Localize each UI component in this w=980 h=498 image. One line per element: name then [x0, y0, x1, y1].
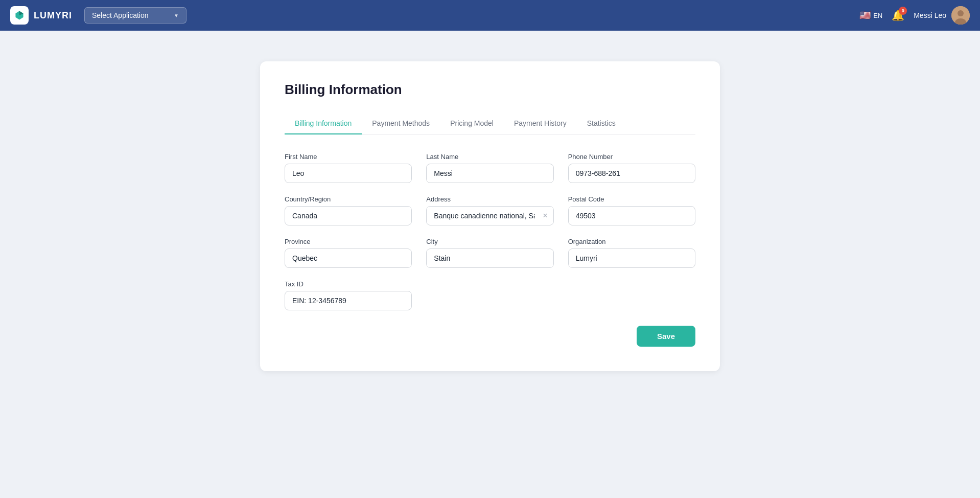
- first-name-input[interactable]: [285, 164, 412, 183]
- tax-id-label: Tax ID: [285, 280, 412, 288]
- tax-id-input[interactable]: [285, 291, 412, 310]
- first-name-label: First Name: [285, 153, 412, 161]
- city-group: City: [426, 238, 553, 268]
- flag-icon: 🇺🇸: [859, 10, 871, 21]
- organization-group: Organization: [568, 238, 695, 268]
- address-input-wrapper: ×: [426, 206, 553, 225]
- postal-group: Postal Code: [568, 195, 695, 225]
- billing-form: First Name Last Name Phone Number Countr…: [285, 153, 695, 347]
- svg-point-1: [958, 10, 964, 16]
- page-content: Billing Information Billing Information …: [0, 31, 980, 402]
- tax-id-group: Tax ID: [285, 280, 412, 310]
- address-input[interactable]: [426, 206, 553, 225]
- province-input[interactable]: [285, 248, 412, 268]
- postal-label: Postal Code: [568, 195, 695, 203]
- phone-label: Phone Number: [568, 153, 695, 161]
- address-group: Address ×: [426, 195, 553, 225]
- avatar: [951, 6, 970, 25]
- tab-statistics[interactable]: Statistics: [577, 113, 626, 134]
- lang-label: EN: [873, 12, 882, 19]
- save-button[interactable]: Save: [637, 326, 695, 347]
- tab-billing-information[interactable]: Billing Information: [285, 113, 362, 134]
- last-name-label: Last Name: [426, 153, 553, 161]
- last-name-group: Last Name: [426, 153, 553, 183]
- header: LUMYRI Select Application ▼ 🇺🇸 EN 🔔 0 Me…: [0, 0, 980, 31]
- organization-label: Organization: [568, 238, 695, 245]
- city-label: City: [426, 238, 553, 245]
- province-label: Province: [285, 238, 412, 245]
- country-input[interactable]: [285, 206, 412, 225]
- notifications-button[interactable]: 🔔 0: [892, 9, 904, 21]
- address-clear-button[interactable]: ×: [542, 211, 548, 221]
- city-input[interactable]: [426, 248, 553, 268]
- user-menu[interactable]: Messi Leo: [914, 6, 970, 25]
- form-footer: Save: [285, 326, 695, 347]
- chevron-down-icon: ▼: [174, 13, 179, 18]
- phone-input[interactable]: [568, 164, 695, 183]
- language-selector[interactable]: 🇺🇸 EN: [859, 10, 882, 21]
- app-select-dropdown[interactable]: Select Application ▼: [84, 7, 186, 24]
- tab-pricing-model[interactable]: Pricing Model: [440, 113, 504, 134]
- organization-input[interactable]: [568, 248, 695, 268]
- province-group: Province: [285, 238, 412, 268]
- user-name: Messi Leo: [914, 11, 946, 19]
- app-select-label: Select Application: [92, 11, 149, 19]
- last-name-input[interactable]: [426, 164, 553, 183]
- billing-card: Billing Information Billing Information …: [260, 61, 720, 371]
- tab-payment-history[interactable]: Payment History: [504, 113, 577, 134]
- first-name-group: First Name: [285, 153, 412, 183]
- header-right: 🇺🇸 EN 🔔 0 Messi Leo: [859, 6, 970, 25]
- logo-text: LUMYRI: [34, 10, 72, 21]
- tab-payment-methods[interactable]: Payment Methods: [362, 113, 440, 134]
- tabs-nav: Billing Information Payment Methods Pric…: [285, 113, 695, 134]
- notification-badge: 0: [899, 7, 907, 15]
- phone-group: Phone Number: [568, 153, 695, 183]
- logo-icon: [10, 6, 29, 25]
- logo-area: LUMYRI: [10, 6, 72, 25]
- country-group: Country/Region: [285, 195, 412, 225]
- postal-input[interactable]: [568, 206, 695, 225]
- card-title: Billing Information: [285, 82, 695, 98]
- address-label: Address: [426, 195, 553, 203]
- country-label: Country/Region: [285, 195, 412, 203]
